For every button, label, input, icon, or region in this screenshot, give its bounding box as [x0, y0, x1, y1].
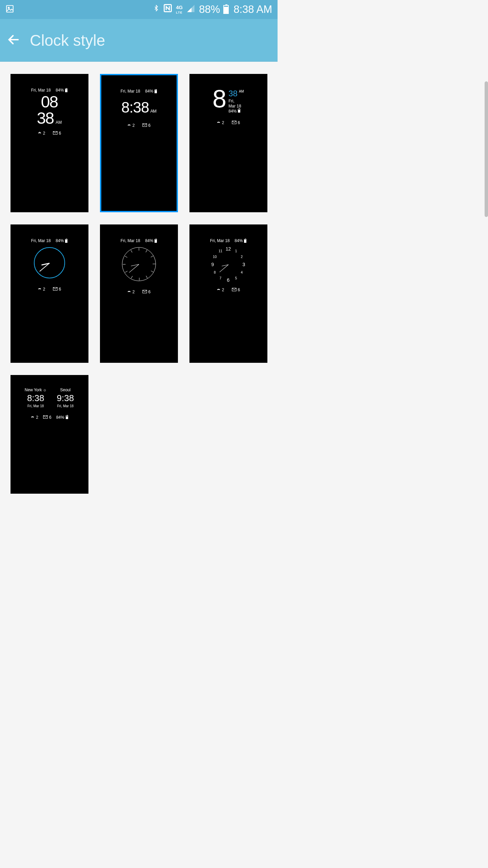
battery-icon	[223, 5, 229, 14]
clock-style-option-5[interactable]: Fri, Mar 18 84% 2 6	[100, 224, 178, 363]
clock-style-option-7[interactable]: New York☼ 8:38 Fri, Mar 18 Seoul 9:38 Fr…	[11, 375, 88, 494]
battery-icon	[66, 415, 68, 419]
battery-icon	[65, 239, 67, 243]
missed-call-icon	[217, 287, 221, 292]
world-clock-panel: New York☼ 8:38 Fri, Mar 18 Seoul 9:38 Fr…	[25, 388, 74, 408]
battery-icon	[65, 88, 67, 92]
clock-style-option-4[interactable]: Fri, Mar 18 84% 2 6	[11, 224, 88, 363]
preview-time: 08 38AM	[37, 94, 62, 126]
preview-time: 8 38AM Fri, Mar 18 84%	[212, 86, 244, 114]
battery-icon	[155, 239, 157, 243]
back-arrow-icon[interactable]	[7, 33, 20, 48]
sun-icon: ☼	[43, 388, 47, 392]
preview-notifications: 2 6	[127, 123, 150, 128]
analog-clock-icon	[34, 247, 65, 278]
mail-icon	[142, 123, 147, 128]
app-header: Clock style	[0, 19, 278, 62]
preview-dateline: Fri, Mar 18 84%	[121, 89, 157, 94]
mail-icon	[232, 288, 237, 292]
clock-style-grid: Fri, Mar 18 84% 08 38AM 2 6 Fri, Mar 18 …	[0, 62, 278, 494]
missed-call-icon	[127, 123, 131, 128]
gallery-icon	[5, 4, 14, 15]
svg-point-1	[8, 7, 9, 8]
svg-rect-0	[6, 5, 13, 12]
mail-icon	[142, 290, 147, 294]
preview-notifications: 2 6	[217, 287, 240, 292]
preview-notifications: 2 6	[38, 131, 61, 136]
preview-notifications: 2 6	[127, 289, 150, 294]
network-type-label: 4GLTE	[176, 5, 183, 14]
page-title: Clock style	[30, 31, 105, 50]
status-time-label: 8:38 AM	[233, 3, 272, 16]
preview-notifications: 2 6	[38, 287, 61, 292]
missed-call-icon	[217, 120, 221, 125]
signal-icon	[186, 3, 196, 16]
clock-style-option-2[interactable]: Fri, Mar 18 84% 8:38AM 2 6	[100, 74, 178, 212]
preview-dateline: Fri, Mar 18 84%	[31, 88, 68, 93]
clock-style-option-6[interactable]: Fri, Mar 18 84% 121234567891011 2 6	[189, 224, 267, 363]
status-bar: 4GLTE 88% 8:38 AM	[0, 0, 278, 19]
mail-icon	[53, 131, 58, 136]
battery-icon	[155, 90, 157, 93]
battery-icon	[238, 109, 240, 113]
analog-clock-icon	[122, 247, 156, 281]
missed-call-icon	[30, 415, 35, 420]
battery-icon	[244, 239, 246, 243]
battery-percent-label: 88%	[199, 3, 220, 16]
bluetooth-icon	[153, 3, 160, 16]
missed-call-icon	[38, 131, 42, 136]
preview-time: 8:38AM	[121, 99, 156, 116]
missed-call-icon	[127, 289, 131, 294]
nfc-icon	[163, 3, 172, 16]
missed-call-icon	[38, 287, 42, 292]
mail-icon	[232, 120, 237, 125]
clock-style-option-1[interactable]: Fri, Mar 18 84% 08 38AM 2 6	[11, 74, 88, 212]
preview-notifications: 2 6 84%	[30, 415, 68, 420]
preview-dateline: Fri, Mar 18 84%	[210, 238, 247, 243]
analog-clock-icon: 121234567891011	[210, 246, 247, 283]
clock-style-option-3[interactable]: 8 38AM Fri, Mar 18 84% 2 6	[189, 74, 267, 212]
mail-icon	[53, 287, 58, 292]
preview-dateline: Fri, Mar 18 84%	[31, 238, 68, 243]
preview-dateline: Fri, Mar 18 84%	[121, 238, 157, 243]
mail-icon	[43, 415, 48, 420]
preview-notifications: 2 6	[217, 120, 240, 125]
